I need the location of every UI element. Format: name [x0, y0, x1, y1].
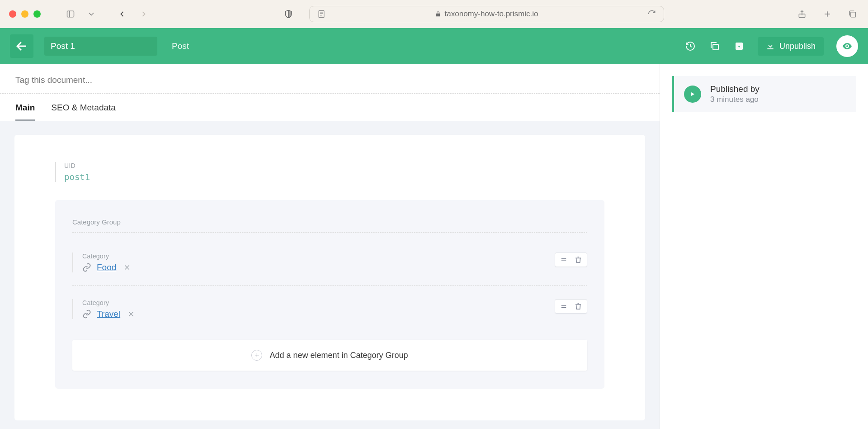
add-group-item-button[interactable]: + Add a new element in Category Group	[72, 340, 587, 371]
tab-main[interactable]: Main	[15, 94, 35, 121]
uid-label: UID	[64, 162, 604, 169]
sidebar-toggle-icon[interactable]	[64, 8, 77, 20]
archive-icon[interactable]	[733, 40, 745, 52]
nav-back-button[interactable]	[116, 8, 128, 20]
browser-chrome: taxonomy-how-to.prismic.io	[0, 0, 868, 28]
tab-seo-metadata[interactable]: SEO & Metadata	[51, 94, 116, 121]
back-button[interactable]	[10, 34, 33, 58]
published-timestamp: 3 minutes ago	[710, 95, 760, 104]
svg-rect-0	[67, 11, 74, 17]
new-tab-icon[interactable]	[821, 8, 834, 20]
group-label: Category Group	[72, 218, 587, 226]
unpublish-button[interactable]: Unpublish	[758, 37, 824, 56]
share-icon[interactable]	[796, 8, 808, 20]
app-header: Post Unpublish	[0, 28, 868, 64]
history-icon[interactable]	[684, 40, 696, 52]
uid-field: UID post1	[55, 162, 604, 182]
right-sidebar: Published by 3 minutes ago	[660, 64, 868, 429]
plus-icon: +	[251, 350, 262, 361]
nav-forward-button[interactable]	[137, 8, 150, 20]
delete-item-icon[interactable]	[574, 302, 582, 310]
drag-handle-icon[interactable]	[560, 256, 568, 264]
category-label: Category	[82, 253, 131, 260]
download-icon	[766, 42, 775, 51]
url-bar[interactable]: taxonomy-how-to.prismic.io	[309, 6, 664, 22]
category-group-panel: Category Group Category Food	[55, 200, 604, 389]
svg-rect-2	[319, 11, 324, 18]
tab-overview-icon[interactable]	[846, 8, 859, 20]
svg-rect-11	[713, 44, 718, 50]
group-item: Category Food	[72, 244, 587, 281]
maximize-window-button[interactable]	[33, 10, 41, 18]
group-item: Category Travel	[72, 285, 587, 327]
privacy-shield-icon[interactable]	[282, 8, 295, 20]
remove-link-icon[interactable]	[127, 310, 135, 318]
document-type-label: Post	[172, 41, 189, 51]
chevron-down-icon[interactable]	[85, 8, 98, 20]
lock-icon	[435, 11, 441, 17]
drag-handle-icon[interactable]	[560, 302, 568, 310]
published-status-icon	[684, 86, 701, 103]
svg-marker-22	[691, 92, 694, 96]
tag-input[interactable]	[15, 75, 644, 85]
url-text: taxonomy-how-to.prismic.io	[445, 10, 538, 19]
link-icon	[82, 263, 91, 272]
tabs: Main SEO & Metadata	[0, 94, 660, 121]
delete-item-icon[interactable]	[574, 256, 582, 264]
uid-value[interactable]: post1	[64, 172, 604, 182]
reload-icon[interactable]	[646, 8, 658, 20]
close-window-button[interactable]	[9, 10, 16, 18]
published-by-label: Published by	[710, 84, 760, 94]
document-title-input[interactable]	[44, 37, 157, 56]
item-controls	[555, 253, 587, 267]
category-link-value[interactable]: Travel	[97, 309, 120, 319]
remove-link-icon[interactable]	[123, 264, 131, 271]
reader-mode-icon[interactable]	[315, 8, 328, 20]
unpublish-label: Unpublish	[779, 42, 816, 51]
category-link-value[interactable]: Food	[97, 262, 116, 272]
link-icon	[82, 310, 91, 319]
minimize-window-button[interactable]	[21, 10, 28, 18]
category-label: Category	[82, 299, 135, 306]
content-panel: UID post1 Category Group Category Food	[14, 135, 645, 420]
traffic-lights	[9, 10, 41, 18]
copy-icon[interactable]	[709, 40, 721, 52]
add-group-item-label: Add a new element in Category Group	[269, 351, 408, 360]
svg-rect-9	[851, 12, 856, 17]
publish-status-card[interactable]: Published by 3 minutes ago	[672, 76, 856, 112]
eye-icon	[842, 41, 853, 52]
item-controls	[555, 299, 587, 314]
preview-button[interactable]	[836, 35, 858, 57]
